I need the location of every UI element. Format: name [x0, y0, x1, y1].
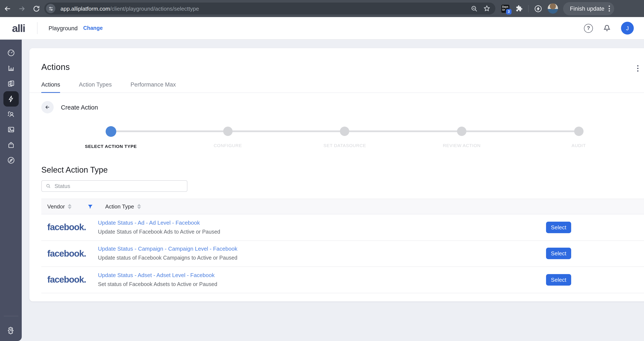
zoom-out-icon[interactable] [470, 5, 478, 13]
step-label: CONFIGURE [214, 143, 242, 148]
action-type-table: Vendor Action Type [41, 199, 644, 293]
extension-label-line1: Days [502, 5, 510, 8]
action-type-link[interactable]: Update Status - Ad - Ad Level - Facebook [98, 219, 546, 226]
main-content: Actions Actions Action Types Performance… [22, 40, 644, 341]
search-input[interactable] [54, 182, 183, 190]
facebook-logo: facebook. [47, 275, 98, 285]
vendor-filter-icon[interactable] [87, 204, 93, 209]
tab-bar: Actions Action Types Performance Max [30, 81, 644, 93]
action-type-description: Update Status of Facebook Ads to Active … [98, 229, 220, 235]
days-until-extension-icon[interactable]: Days Ur 3 [501, 5, 510, 13]
step-select-action-type: SELECT ACTION TYPE [52, 125, 169, 149]
extensions-puzzle-icon[interactable] [514, 4, 523, 13]
table-row: facebook. Update Status - Campaign - Cam… [41, 241, 644, 267]
finish-update-button[interactable]: Finish update [563, 2, 614, 15]
browser-profile-avatar[interactable] [548, 4, 558, 14]
extension-count-badge: 3 [506, 9, 512, 14]
alli-logo[interactable]: alli [0, 22, 37, 34]
action-type-column-header: Action Type [105, 203, 134, 210]
tab-actions[interactable]: Actions [41, 81, 60, 93]
browser-menu-kebab-icon[interactable] [607, 4, 612, 13]
actions-bolt-icon [6, 95, 15, 103]
url-host: app.alliplatform.com [60, 5, 110, 12]
creative-image-icon [6, 125, 15, 134]
card-menu-kebab-icon[interactable] [636, 64, 640, 73]
select-button[interactable]: Select [546, 274, 571, 286]
sidebar-nav [0, 40, 22, 341]
browser-forward-icon[interactable] [14, 1, 29, 16]
browser-back-icon[interactable] [0, 1, 14, 16]
tasks-clipboard-icon [6, 79, 15, 88]
page-title: Actions [41, 48, 637, 72]
app-header: alli Playground Change ? J [0, 17, 644, 40]
action-type-sort-icon[interactable] [137, 204, 141, 209]
change-client-link[interactable]: Change [83, 25, 103, 31]
step-dot [457, 127, 466, 136]
step-label: REVIEW ACTION [443, 143, 481, 148]
action-type-link[interactable]: Update Status - Campaign - Campaign Leve… [98, 246, 546, 252]
sidebar-item-audiences[interactable] [3, 107, 18, 122]
sidebar-item-settings[interactable] [3, 322, 18, 337]
step-dot [340, 127, 350, 136]
tab-performance-max[interactable]: Performance Max [130, 81, 176, 93]
search-icon [46, 183, 51, 189]
bookmark-star-icon[interactable] [482, 4, 491, 13]
energy-saver-icon[interactable] [534, 4, 543, 13]
sidebar-item-tasks[interactable] [3, 76, 18, 91]
step-dot [574, 127, 583, 136]
browser-toolbar: app.alliplatform.com/client/playground/a… [0, 0, 644, 17]
action-type-link[interactable]: Update Status - Adset - Adset Level - Fa… [98, 272, 546, 278]
step-dot [106, 126, 116, 137]
facebook-logo: facebook. [47, 222, 98, 232]
table-row: facebook. Update Status - Adset - Adset … [41, 267, 644, 293]
sidebar-item-creative[interactable] [3, 122, 18, 137]
table-row: facebook. Update Status - Ad - Ad Level … [41, 214, 644, 241]
table-header-row: Vendor Action Type [41, 199, 644, 214]
help-icon[interactable]: ? [584, 24, 593, 33]
sidebar-item-shopping[interactable] [3, 137, 18, 153]
sidebar-item-analytics[interactable] [3, 61, 18, 76]
address-bar[interactable]: app.alliplatform.com/client/playground/a… [44, 3, 495, 15]
sidebar-item-dashboard[interactable] [3, 45, 18, 61]
sidebar-divider [4, 316, 18, 316]
vendor-column-header: Vendor [47, 203, 65, 210]
settings-gear-icon [6, 326, 15, 334]
sidebar-item-explore[interactable] [3, 153, 18, 168]
action-type-description: Update status of Facebook Campaigns to A… [98, 255, 238, 261]
sidebar-item-actions[interactable] [3, 91, 18, 107]
select-button[interactable]: Select [546, 248, 571, 259]
url-path: /client/playground/actions/selecttype [110, 5, 199, 12]
select-action-type-heading: Select Action Type [41, 165, 637, 175]
step-dot [223, 127, 232, 136]
finish-update-label: Finish update [570, 5, 604, 12]
step-label: SELECT ACTION TYPE [85, 143, 137, 149]
audiences-users-icon [6, 110, 15, 119]
step-label: AUDIT [572, 143, 586, 148]
actions-card: Actions Actions Action Types Performance… [30, 48, 644, 301]
step-configure: CONFIGURE [169, 125, 286, 149]
shopping-bag-icon [6, 141, 15, 149]
application-window: app.alliplatform.com/client/playground/a… [0, 0, 644, 341]
user-avatar[interactable]: J [621, 22, 634, 35]
select-button[interactable]: Select [546, 222, 571, 233]
step-label: SET DATASOURCE [324, 143, 366, 148]
back-button[interactable] [41, 101, 54, 113]
create-action-title: Create Action [61, 104, 98, 111]
search-box [41, 180, 188, 192]
analytics-bars-icon [6, 64, 15, 73]
toolbar-separator [528, 5, 528, 12]
step-review-action: REVIEW ACTION [403, 125, 520, 149]
tab-action-types[interactable]: Action Types [79, 81, 112, 93]
site-info-icon[interactable] [46, 4, 55, 13]
facebook-logo: facebook. [47, 248, 98, 259]
browser-refresh-icon[interactable] [29, 1, 44, 16]
explore-compass-icon [6, 156, 15, 165]
url-text: app.alliplatform.com/client/playground/a… [60, 5, 470, 12]
wizard-stepper: SELECT ACTION TYPE CONFIGURE SET DATASOU… [52, 125, 637, 152]
action-type-description: Set status of Facebook Adsets to Active … [98, 281, 217, 287]
step-audit: AUDIT [520, 125, 637, 149]
notifications-bell-icon[interactable] [602, 24, 612, 33]
client-name: Playground [48, 25, 78, 31]
vendor-sort-icon[interactable] [68, 204, 72, 209]
header-divider [37, 22, 38, 34]
